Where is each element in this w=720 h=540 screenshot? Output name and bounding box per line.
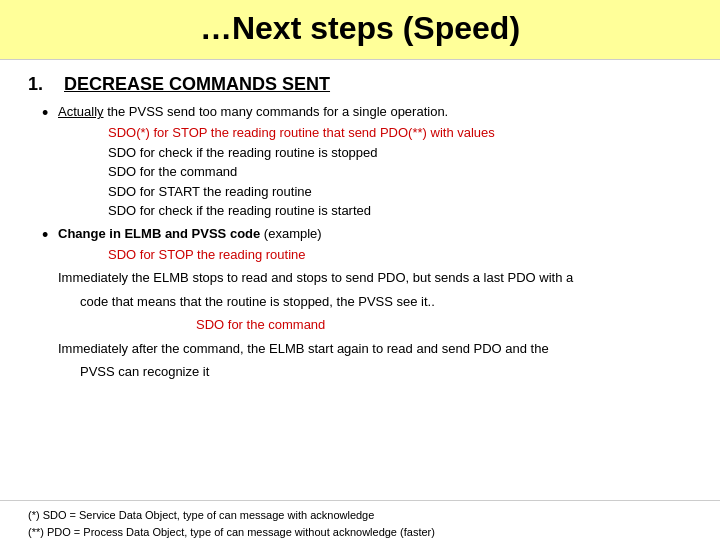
sub-item-1-1: SDO(*) for STOP the reading routine that…: [108, 123, 692, 143]
block1-line2: code that means that the routine is stop…: [80, 292, 692, 312]
block2-line2: PVSS can recognize it: [80, 362, 692, 382]
sub-item-2-1: SDO for STOP the reading routine: [108, 245, 692, 265]
bullet-label-1: Actually the PVSS send too many commands…: [58, 104, 448, 119]
bullet2-rest: (example): [260, 226, 321, 241]
block2-line1: Immediately after the command, the ELMB …: [58, 339, 692, 359]
header-banner: …Next steps (Speed): [0, 0, 720, 60]
block1-sdo: SDO for the command: [196, 315, 692, 335]
bullets-container: • Actually the PVSS send too many comman…: [28, 103, 692, 264]
footnote-1: (*) SDO = Service Data Object, type of c…: [28, 507, 692, 524]
footnotes: (*) SDO = Service Data Object, type of c…: [0, 500, 720, 540]
page: …Next steps (Speed) 1. DECREASE COMMANDS…: [0, 0, 720, 540]
section-number: 1.: [28, 74, 48, 95]
sub-item-1-2: SDO for check if the reading routine is …: [108, 143, 692, 163]
bullet1-underline: Actually: [58, 104, 104, 119]
section-title: DECREASE COMMANDS SENT: [64, 74, 330, 95]
sub-item-1-5: SDO for check if the reading routine is …: [108, 201, 692, 221]
sub-item-1-4: SDO for START the reading routine: [108, 182, 692, 202]
bullet-dot-1: •: [42, 103, 58, 122]
bullet-item-2: • Change in ELMB and PVSS code (example)…: [42, 225, 692, 265]
sub-item-1-3: SDO for the command: [108, 162, 692, 182]
page-title: …Next steps (Speed): [200, 10, 520, 46]
bullet-content-1: Actually the PVSS send too many commands…: [58, 103, 692, 221]
bullet-dot-2: •: [42, 225, 58, 244]
bullet2-bold: Change in ELMB and PVSS code: [58, 226, 260, 241]
block1-line1: Immediately the ELMB stops to read and s…: [58, 268, 692, 288]
sub-list-1: SDO(*) for STOP the reading routine that…: [58, 123, 692, 221]
bullet-item-1: • Actually the PVSS send too many comman…: [42, 103, 692, 221]
main-content: 1. DECREASE COMMANDS SENT • Actually the…: [0, 60, 720, 490]
sub-list-2: SDO for STOP the reading routine: [58, 245, 692, 265]
section-heading: 1. DECREASE COMMANDS SENT: [28, 74, 692, 95]
bullet1-rest: the PVSS send too many commands for a si…: [104, 104, 449, 119]
bullet-content-2: Change in ELMB and PVSS code (example) S…: [58, 225, 692, 265]
bullet-label-2: Change in ELMB and PVSS code (example): [58, 226, 322, 241]
footnote-2: (**) PDO = Process Data Object, type of …: [28, 524, 692, 541]
